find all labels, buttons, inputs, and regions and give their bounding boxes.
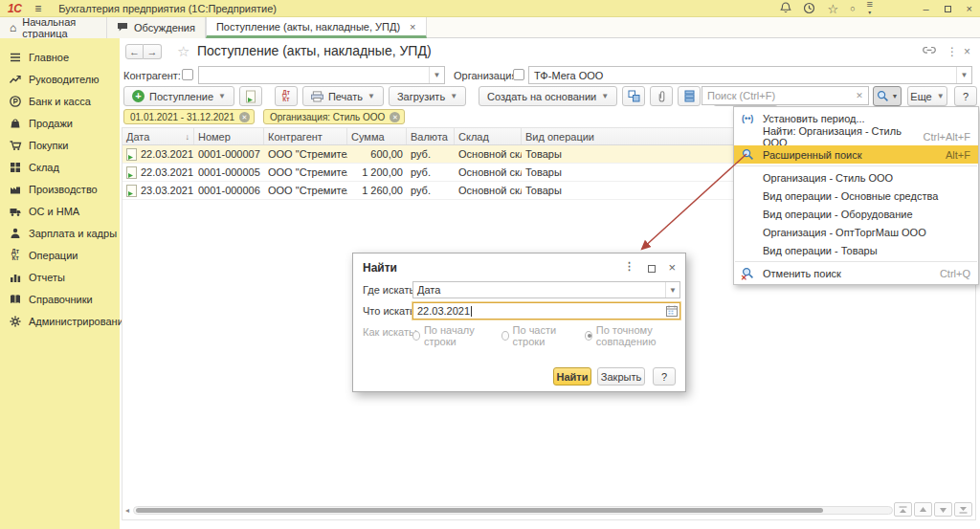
quick-search-icon[interactable]: ○ bbox=[850, 4, 855, 13]
chevron-down-icon[interactable]: ▼ bbox=[665, 282, 679, 298]
column-header-kontragent[interactable]: Контрагент bbox=[264, 128, 347, 144]
minimize-button[interactable]: – bbox=[923, 3, 928, 14]
chevron-down-icon[interactable]: ▼ bbox=[429, 67, 444, 83]
sidebar-item-manager[interactable]: Руководителю bbox=[0, 68, 120, 90]
where-label: Где искать: bbox=[363, 284, 417, 296]
tab-receipts[interactable]: Поступление (акты, накладные, УПД) × bbox=[206, 17, 427, 38]
notifications-bell-icon[interactable] bbox=[780, 2, 791, 16]
factory-icon bbox=[9, 183, 22, 196]
menu-item-history-4[interactable]: Организация - ОптТоргМаш ООО bbox=[734, 223, 978, 241]
sidebar-item-production[interactable]: Производство bbox=[0, 178, 120, 200]
text-cursor bbox=[471, 306, 472, 317]
favorite-star-icon[interactable]: ☆ bbox=[177, 43, 189, 60]
sidebar-item-reports[interactable]: Отчеты bbox=[0, 266, 120, 288]
search-menu-button[interactable]: ▼ bbox=[873, 86, 902, 106]
hamburger-menu-icon[interactable]: ≡ bbox=[34, 2, 41, 15]
dialog-maximize-icon[interactable] bbox=[648, 263, 656, 275]
tab-discussions[interactable]: Обсуждения bbox=[107, 17, 206, 38]
sidebar-item-directories[interactable]: Справочники bbox=[0, 288, 120, 310]
clear-search-icon[interactable]: ✕ bbox=[851, 91, 868, 100]
scroll-left-icon[interactable]: ◂ bbox=[125, 506, 133, 515]
dialog-help-button[interactable]: ? bbox=[653, 367, 676, 386]
dialog-close-icon[interactable]: × bbox=[668, 260, 676, 275]
history-icon[interactable] bbox=[803, 2, 815, 16]
horizontal-scrollbar[interactable]: ◂ ▸ bbox=[125, 505, 901, 516]
radio-part-of-string[interactable]: По части строки bbox=[501, 324, 571, 347]
menu-item-advanced-search[interactable]: Расширенный поиск Alt+F bbox=[734, 145, 978, 164]
sidebar-item-warehouse[interactable]: Склад bbox=[0, 156, 120, 178]
sidebar-item-purchases[interactable]: Покупки bbox=[0, 134, 120, 156]
sidebar-item-fixed-assets[interactable]: ОС и НМА bbox=[0, 200, 120, 222]
new-receipt-button[interactable]: + Поступление ▼ bbox=[123, 86, 234, 106]
sidebar-item-salary-hr[interactable]: Зарплата и кадры bbox=[0, 222, 120, 244]
show-postings-button[interactable]: ДтКт bbox=[275, 86, 298, 106]
favorites-star-icon[interactable]: ☆ bbox=[827, 2, 838, 16]
sidebar-item-main[interactable]: Главное bbox=[0, 46, 120, 68]
menu-item-cancel-search[interactable]: ✕ Отменить поиск Ctrl+Q bbox=[734, 264, 978, 282]
where-combobox[interactable]: Дата ▼ bbox=[412, 281, 680, 298]
list-bottom-button[interactable] bbox=[954, 502, 972, 517]
menu-item-find-current[interactable]: Найти: Организация - Стиль ООО Ctrl+Alt+… bbox=[734, 127, 978, 145]
load-button[interactable]: Загрузить ▼ bbox=[389, 86, 466, 106]
list-top-button[interactable] bbox=[894, 502, 912, 517]
period-filter-chip[interactable]: 01.01.2021 - 31.12.2021 ✕ bbox=[123, 109, 255, 124]
dialog-close-button[interactable]: Закрыть bbox=[597, 367, 645, 386]
remove-filter-icon[interactable]: ✕ bbox=[390, 112, 400, 122]
kontragent-combobox[interactable]: ▼ bbox=[198, 66, 445, 84]
menu-item-history-5[interactable]: Вид операции - Товары bbox=[734, 241, 978, 259]
sidebar-item-bank-cash[interactable]: Банк и касса bbox=[0, 90, 120, 112]
gear-icon bbox=[9, 315, 22, 328]
close-window-button[interactable]: × bbox=[967, 3, 972, 14]
column-header-sum[interactable]: Сумма bbox=[347, 128, 407, 144]
back-button[interactable]: ← bbox=[125, 44, 144, 59]
what-input[interactable]: 22.03.2021 bbox=[412, 302, 680, 320]
kontragent-checkbox[interactable] bbox=[182, 69, 193, 80]
dialog-more-icon[interactable]: ⋮ bbox=[624, 260, 635, 273]
radio-start-of-string[interactable]: По началу строки bbox=[412, 324, 488, 347]
scrollbar-thumb[interactable] bbox=[136, 508, 823, 513]
more-button[interactable]: Еще ▼ bbox=[907, 86, 947, 106]
column-header-number[interactable]: Номер bbox=[194, 128, 264, 144]
magnifier-icon bbox=[877, 90, 889, 102]
tab-close-icon[interactable]: × bbox=[410, 21, 415, 33]
close-page-icon[interactable]: × bbox=[964, 45, 970, 58]
organization-checkbox[interactable] bbox=[513, 69, 524, 80]
edo-exchange-button[interactable] bbox=[622, 86, 645, 106]
column-header-currency[interactable]: Валюта bbox=[407, 128, 455, 144]
column-header-warehouse[interactable]: Склад bbox=[455, 128, 522, 144]
column-header-date[interactable]: Дата ↓ bbox=[122, 128, 194, 144]
bag-icon bbox=[9, 117, 22, 130]
radio-exact-match[interactable]: По точному совпадению bbox=[585, 324, 685, 347]
sidebar-item-sales[interactable]: Продажи bbox=[0, 112, 120, 134]
toolbar-search-input[interactable]: Поиск (Ctrl+F) ✕ bbox=[702, 86, 869, 105]
attachments-button[interactable] bbox=[650, 86, 673, 106]
chevron-down-icon: ▼ bbox=[601, 92, 609, 100]
copy-document-button[interactable] bbox=[239, 86, 262, 106]
print-button[interactable]: Печать ▼ bbox=[302, 86, 384, 106]
organization-combobox[interactable]: ТФ-Мега ООО ▼ bbox=[528, 66, 972, 84]
menu-item-history-2[interactable]: Вид операции - Основные средства bbox=[734, 187, 978, 205]
help-button[interactable]: ? bbox=[954, 86, 977, 106]
organization-filter-chip[interactable]: Организация: Стиль ООО ✕ bbox=[263, 109, 405, 124]
remove-filter-icon[interactable]: ✕ bbox=[239, 112, 250, 122]
create-based-on-button[interactable]: Создать на основании ▼ bbox=[479, 86, 617, 106]
main-menu-icon[interactable]: ≡▾ bbox=[867, 1, 873, 16]
menu-item-history-1[interactable]: Организация - Стиль ООО bbox=[734, 168, 978, 187]
sidebar-item-operations[interactable]: ДтКт Операции bbox=[0, 244, 120, 266]
period-icon: (••) bbox=[742, 114, 761, 123]
calendar-icon[interactable] bbox=[663, 305, 679, 317]
list-down-button[interactable] bbox=[934, 502, 952, 517]
related-documents-button[interactable] bbox=[678, 86, 701, 106]
cart-icon bbox=[9, 139, 22, 152]
find-button[interactable]: Найти bbox=[553, 367, 591, 386]
forward-button[interactable]: → bbox=[144, 44, 162, 59]
menu-item-history-3[interactable]: Вид операции - Оборудование bbox=[734, 205, 978, 223]
copy-link-icon[interactable] bbox=[923, 45, 936, 56]
maximize-button[interactable] bbox=[945, 6, 951, 12]
tab-home[interactable]: ⌂ Начальная страница bbox=[0, 17, 107, 38]
sidebar-item-administration[interactable]: Администрирование bbox=[0, 310, 120, 332]
page-more-icon[interactable]: ⋮ bbox=[947, 45, 958, 58]
list-up-button[interactable] bbox=[914, 502, 932, 517]
boxes-icon bbox=[9, 161, 22, 174]
chevron-down-icon[interactable]: ▼ bbox=[956, 67, 971, 83]
